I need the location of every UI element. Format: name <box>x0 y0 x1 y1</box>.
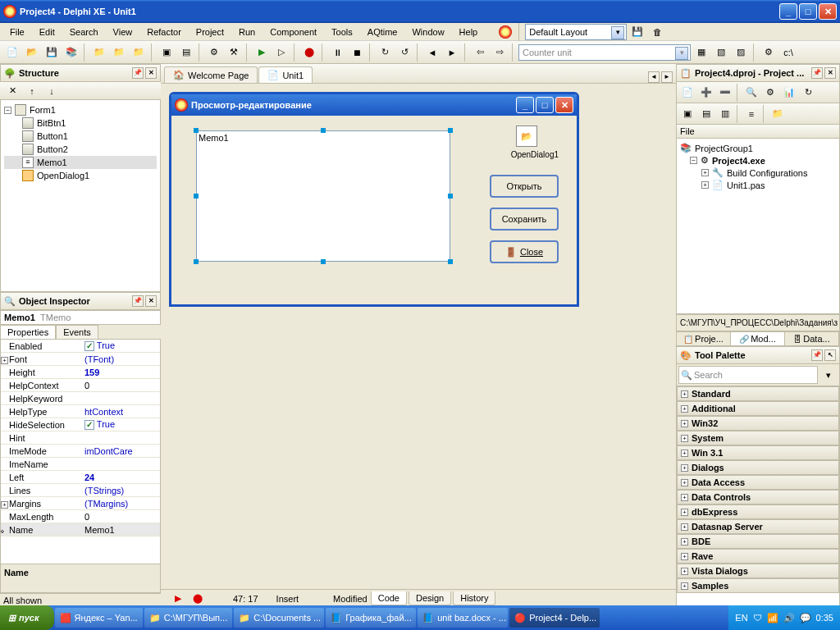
stop-icon[interactable]: ⏹ <box>348 43 366 62</box>
pt2-icon[interactable]: ➕ <box>697 84 715 102</box>
menu-edit[interactable]: Edit <box>33 25 62 39</box>
trace-icon[interactable]: ↻ <box>376 43 394 62</box>
pt1-icon[interactable]: 📄 <box>678 84 696 102</box>
palette-filter-icon[interactable]: ▾ <box>819 366 838 384</box>
task-folder2[interactable]: 📁C:\Documents ... <box>234 608 324 628</box>
expander-icon[interactable]: − <box>4 107 11 114</box>
palette-list[interactable]: +Standard+Additional+Win32+System+Win 3.… <box>676 386 840 607</box>
pin-icon[interactable]: 📌 <box>811 349 823 361</box>
start-button[interactable]: ⊞пуск <box>0 605 54 630</box>
form-min-button[interactable]: _ <box>516 97 534 113</box>
nav2-icon[interactable]: ⇨ <box>491 43 509 62</box>
palette-section[interactable]: +Rave <box>677 549 839 564</box>
expander-icon[interactable]: + <box>701 169 709 176</box>
tb3-icon[interactable]: ▨ <box>732 43 750 62</box>
menu-project[interactable]: Project <box>189 25 231 39</box>
struct-tb3-icon[interactable]: ↓ <box>43 82 61 100</box>
tray-icon2[interactable]: 💬 <box>800 613 811 623</box>
pt3-icon[interactable]: ➖ <box>716 84 734 102</box>
tab-properties[interactable]: Properties <box>0 325 56 339</box>
tab-welcome[interactable]: 🏠Welcome Page <box>164 66 258 83</box>
pin-icon[interactable]: 📌 <box>132 67 144 79</box>
palette-section[interactable]: +Win32 <box>677 416 839 431</box>
menu-tools[interactable]: Tools <box>325 25 359 39</box>
palette-search[interactable]: 🔍Search <box>678 366 818 384</box>
open-icon[interactable]: 📂 <box>23 43 41 62</box>
eval-icon[interactable]: ↺ <box>395 43 413 62</box>
palette-section[interactable]: +Standard <box>677 386 839 401</box>
structure-tree[interactable]: −Form1 BitBtn1 Button1 Button2 Memo1 Ope… <box>1 100 160 185</box>
palette-section[interactable]: +dbExpress <box>677 504 839 519</box>
palette-section[interactable]: +Data Controls <box>677 490 839 504</box>
view-unit-icon[interactable]: ▤ <box>177 43 195 62</box>
menu-file[interactable]: File <box>3 25 31 39</box>
memo-component[interactable]: Memo1 <box>196 130 450 262</box>
maximize-button[interactable]: □ <box>799 3 817 20</box>
pt10-icon[interactable]: ▥ <box>716 105 734 123</box>
oi-object-selector[interactable]: Memo1 TMemo <box>0 310 161 325</box>
palette-section[interactable]: +Data Access <box>677 475 839 490</box>
system-tray[interactable]: EN 🛡 📶 🔊 💬 0:35 <box>728 605 840 630</box>
panel-close-icon[interactable]: ✕ <box>145 295 157 307</box>
save-icon[interactable]: 💾 <box>43 43 61 62</box>
pin-icon[interactable]: 📌 <box>811 67 823 79</box>
tab-design[interactable]: Design <box>409 591 451 605</box>
rtab-data[interactable]: 🗄Data... <box>785 332 839 345</box>
task-yandex[interactable]: 🟥Яндекс – Yan... <box>55 608 143 628</box>
project-tree[interactable]: 📚ProjectGroup1 −⚙Project4.exe +🔧Build Co… <box>677 139 839 194</box>
tab-unit1[interactable]: 📄Unit1 <box>258 66 313 83</box>
form-close-button[interactable]: ✕ <box>555 97 573 113</box>
close-form-button[interactable]: 🚪Close <box>490 240 559 263</box>
folder2-icon[interactable]: 📁 <box>110 43 128 62</box>
tab-history[interactable]: History <box>453 591 495 605</box>
panel-close-icon[interactable]: ✕ <box>824 67 836 79</box>
palette-cursor-icon[interactable]: ↖ <box>824 349 836 361</box>
design-form[interactable]: Просмотр-редактирование _ □ ✕ Memo1 📂 Op… <box>169 92 579 307</box>
gear-icon[interactable]: ⚙ <box>760 43 778 62</box>
form-designer[interactable]: Просмотр-редактирование _ □ ✕ Memo1 📂 Op… <box>161 84 676 589</box>
tab-code[interactable]: Code <box>371 591 407 605</box>
form-max-button[interactable]: □ <box>536 97 554 113</box>
palette-section[interactable]: +Additional <box>677 401 839 416</box>
step-over-icon[interactable]: ⬤ <box>300 43 318 62</box>
rtab-proj[interactable]: 📋Proje... <box>677 332 731 345</box>
menu-aqtime[interactable]: AQtime <box>361 25 404 39</box>
sound-icon[interactable]: 🔊 <box>783 613 795 623</box>
rtab-mod[interactable]: 🔗Mod... <box>731 332 785 345</box>
panel-close-icon[interactable]: ✕ <box>145 67 157 79</box>
saveall-icon[interactable]: 📚 <box>62 43 80 62</box>
menu-view[interactable]: View <box>107 25 139 39</box>
expander-icon[interactable]: − <box>690 157 697 164</box>
palette-section[interactable]: +BDE <box>677 534 839 549</box>
view-form-icon[interactable]: ▣ <box>158 43 176 62</box>
tray-icon[interactable]: 🛡 <box>753 613 762 623</box>
menu-help[interactable]: Help <box>453 25 485 39</box>
tb2-icon[interactable]: ▧ <box>712 43 730 62</box>
back-icon[interactable]: ◄ <box>423 43 441 62</box>
palette-section[interactable]: +Vista Dialogs <box>677 564 839 578</box>
pt7-icon[interactable]: ↻ <box>799 84 817 102</box>
run-no-debug-icon[interactable]: ▷ <box>272 43 290 62</box>
clock[interactable]: 0:35 <box>816 613 833 623</box>
fwd-icon[interactable]: ► <box>443 43 461 62</box>
menu-refactor[interactable]: Refactor <box>140 25 188 39</box>
run-icon[interactable]: ▶ <box>253 43 271 62</box>
property-grid[interactable]: Enabled TrueFont+(TFont)Height159HelpCon… <box>0 340 161 564</box>
counter-combo[interactable]: Counter unit <box>518 44 691 61</box>
struct-tb1-icon[interactable]: ✕ <box>3 82 21 100</box>
pt6-icon[interactable]: 📊 <box>780 84 798 102</box>
palette-section[interactable]: +Datasnap Server <box>677 519 839 534</box>
save-button[interactable]: Сохранить <box>490 208 559 231</box>
task-doc2[interactable]: 📘unit baz.docx - ... <box>418 608 508 628</box>
nav-right-icon[interactable]: ► <box>661 71 673 83</box>
cmd-icon[interactable]: c:\ <box>779 43 797 62</box>
compile-icon[interactable]: ⚙ <box>205 43 223 62</box>
open-button[interactable]: Открыть <box>490 175 559 198</box>
palette-section[interactable]: +Win 3.1 <box>677 445 839 460</box>
expander-icon[interactable]: + <box>701 181 709 189</box>
palette-section[interactable]: +System <box>677 431 839 445</box>
palette-section[interactable]: +Dialogs <box>677 460 839 475</box>
menu-run[interactable]: Run <box>232 25 262 39</box>
pt11-icon[interactable]: ≡ <box>742 105 760 123</box>
opendialog-component[interactable]: 📂 <box>516 126 537 147</box>
